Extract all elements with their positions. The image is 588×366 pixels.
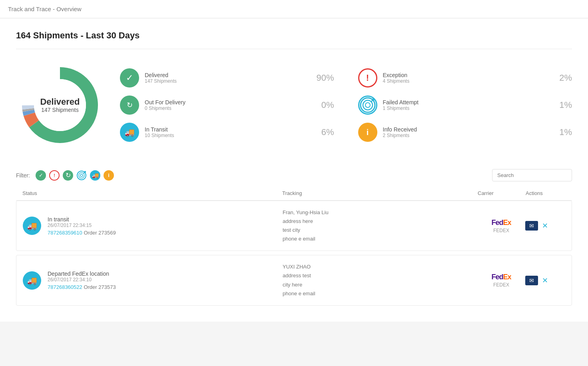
filter-failed-icon[interactable] — [76, 170, 87, 181]
carrier-cell-2: FedEx FEDEX — [477, 273, 525, 288]
email-button-2[interactable]: ✉ — [525, 276, 538, 285]
in-transit-count: 10 Shipments — [145, 133, 174, 138]
info-received-label: Info Received — [383, 126, 417, 133]
header-status: Status — [22, 190, 282, 196]
carrier-name-1: FEDEX — [477, 228, 525, 233]
tracking-city-2: city here — [283, 280, 477, 289]
header-actions: Actions — [526, 190, 566, 196]
shipments-title: 164 Shipments - Last 30 Days — [16, 30, 572, 41]
donut-center-sub: 147 Shipments — [40, 107, 80, 113]
fedex-logo-1: FedEx — [477, 219, 525, 227]
donut-center-label: Delivered — [40, 97, 80, 107]
status-icon-2: 🚚 — [23, 271, 41, 290]
donut-center: Delivered 147 Shipments — [40, 97, 80, 113]
info-received-count: 2 Shipments — [383, 133, 417, 138]
failed-attempt-count: 1 Shipments — [383, 105, 419, 111]
close-button-2[interactable]: ✕ — [542, 276, 548, 285]
legend-item-delivered: ✓ Delivered 147 Shipments 90% — [120, 68, 334, 88]
svg-point-14 — [80, 174, 83, 177]
actions-cell-2: ✉ ✕ — [525, 276, 565, 285]
filter-icons: Filter: ✓ ! ↻ 🚚 i — [16, 170, 114, 181]
search-input[interactable] — [492, 169, 572, 181]
status-cell-1: 🚚 In transit 26/07/2017 22:34:15 7872683… — [23, 216, 283, 236]
exception-percent: 2% — [550, 73, 572, 83]
chart-section: Delivered 147 Shipments ✓ Delivered 147 … — [16, 61, 572, 149]
filter-delivered-icon[interactable]: ✓ — [36, 170, 46, 181]
tracking-address-2: address test — [283, 271, 477, 280]
status-date-1: 26/07/2017 22:34:15 — [48, 223, 116, 228]
in-transit-percent: 6% — [312, 127, 334, 137]
legend-item-failed-attempt: Failed Attempt 1 Shipments 1% — [358, 95, 572, 115]
close-button-1[interactable]: ✕ — [542, 221, 548, 230]
status-name-2: Departed FedEx location — [48, 271, 116, 277]
tracking-cell-1: Fran, Yung-Hsia Liu address here test ci… — [283, 208, 477, 243]
filter-in-transit-icon[interactable]: 🚚 — [90, 170, 100, 181]
divider — [16, 49, 572, 49]
in-transit-label: In Transit — [145, 126, 174, 133]
out-for-delivery-count: 0 Shipments — [145, 105, 185, 111]
donut-chart: Delivered 147 Shipments — [16, 61, 104, 149]
failed-attempt-icon — [358, 95, 377, 115]
page-header: Track and Trace - Overview — [0, 0, 588, 18]
page-title: Track and Trace - Overview — [8, 6, 82, 12]
table-row: 🚚 In transit 26/07/2017 22:34:15 7872683… — [16, 201, 572, 251]
in-transit-icon: 🚚 — [120, 123, 139, 142]
out-for-delivery-percent: 0% — [312, 100, 334, 110]
out-for-delivery-icon: ↻ — [120, 95, 139, 115]
delivered-icon: ✓ — [120, 68, 139, 88]
delivered-count: 147 Shipments — [145, 78, 177, 84]
tracking-contact-2: phone e email — [283, 289, 477, 298]
tracking-name-1: Fran, Yung-Hsia Liu — [283, 208, 477, 217]
table-row: 🚚 Departed FedEx location 26/07/2017 22:… — [16, 255, 572, 305]
tracking-city-1: test city — [283, 226, 477, 235]
status-icon-1: 🚚 — [23, 217, 41, 235]
legend-item-info-received: i Info Received 2 Shipments 1% — [358, 123, 572, 142]
email-button-1[interactable]: ✉ — [525, 221, 538, 231]
exception-count: 4 Shipments — [383, 78, 410, 84]
svg-point-8 — [365, 103, 370, 107]
order-1: Order 273569 — [84, 230, 116, 236]
main-content: 164 Shipments - Last 30 Days Delivered — [0, 18, 588, 322]
legend-item-exception: ! Exception 4 Shipments 2% — [358, 68, 572, 88]
svg-point-13 — [79, 173, 84, 178]
filter-label: Filter: — [16, 172, 30, 179]
header-carrier: Carrier — [478, 190, 526, 196]
info-received-percent: 1% — [550, 127, 572, 137]
tracking-address-1: address here — [283, 217, 477, 226]
status-date-2: 26/07/2017 22:34:10 — [48, 277, 116, 282]
delivered-label: Delivered — [145, 72, 177, 78]
status-name-1: In transit — [48, 216, 116, 223]
delivered-percent: 90% — [312, 73, 334, 83]
tracking-cell-2: YUXI ZHAO address test city here phone e… — [283, 263, 477, 298]
failed-attempt-percent: 1% — [550, 100, 572, 110]
order-2: Order 273573 — [84, 284, 116, 290]
out-for-delivery-label: Out For Delivery — [145, 99, 185, 105]
exception-icon: ! — [358, 68, 377, 88]
table-header: Status Tracking Carrier Actions — [16, 186, 572, 201]
filter-out-delivery-icon[interactable]: ↻ — [63, 170, 73, 181]
filter-section: Filter: ✓ ! ↻ 🚚 i — [16, 169, 572, 181]
tracking-name-2: YUXI ZHAO — [283, 263, 477, 271]
filter-exception-icon[interactable]: ! — [49, 170, 60, 181]
tracking-num-2[interactable]: 787268360522 — [48, 284, 82, 290]
info-received-icon: i — [358, 123, 377, 142]
failed-attempt-label: Failed Attempt — [383, 99, 419, 105]
fedex-logo-2: FedEx — [477, 273, 525, 281]
carrier-cell-1: FedEx FEDEX — [477, 219, 525, 233]
tracking-contact-1: phone e email — [283, 235, 477, 243]
carrier-name-2: FEDEX — [477, 282, 525, 288]
status-cell-2: 🚚 Departed FedEx location 26/07/2017 22:… — [23, 271, 283, 290]
tracking-num-1[interactable]: 787268359610 — [48, 230, 82, 236]
filter-info-icon[interactable]: i — [104, 170, 114, 181]
legend-item-in-transit: 🚚 In Transit 10 Shipments 6% — [120, 123, 334, 142]
exception-label: Exception — [383, 72, 410, 78]
legend-grid: ✓ Delivered 147 Shipments 90% ! Exceptio… — [120, 68, 572, 142]
header-tracking: Tracking — [282, 190, 478, 196]
legend-item-out-for-delivery: ↻ Out For Delivery 0 Shipments 0% — [120, 95, 334, 115]
actions-cell-1: ✉ ✕ — [525, 221, 565, 231]
